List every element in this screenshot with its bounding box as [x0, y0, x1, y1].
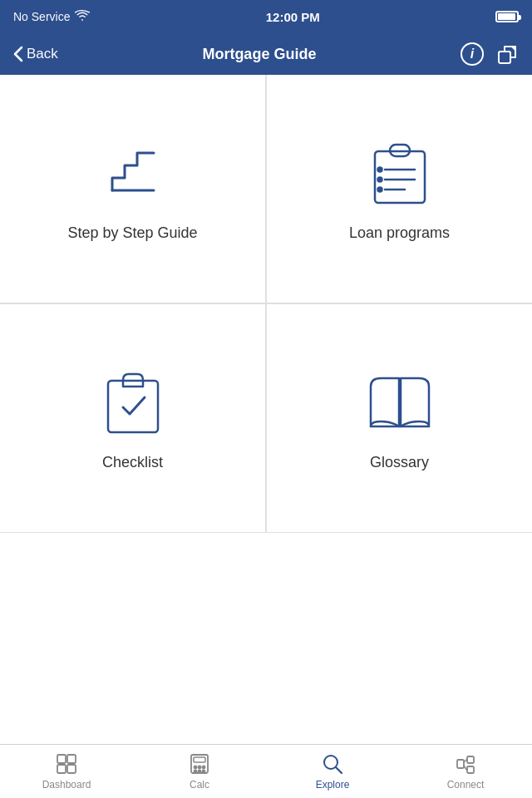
tab-calc[interactable]: Calc [133, 746, 266, 797]
svg-line-26 [336, 767, 342, 773]
svg-point-24 [203, 771, 205, 773]
dashboard-icon [55, 752, 78, 776]
stairs-icon [96, 136, 170, 211]
svg-rect-9 [108, 381, 158, 432]
svg-point-6 [377, 167, 382, 171]
tab-dashboard[interactable]: Dashboard [0, 746, 133, 797]
nav-bar: Back Mortgage Guide i [0, 33, 532, 75]
share-button[interactable] [497, 43, 519, 65]
svg-point-8 [377, 187, 382, 191]
status-time: 12:00 PM [266, 10, 320, 24]
svg-point-21 [203, 766, 205, 769]
step-by-step-label: Step by Step Guide [67, 224, 197, 242]
checklist-label: Checklist [102, 454, 163, 471]
step-by-step-cell[interactable]: Step by Step Guide [0, 75, 266, 303]
clipboard-list-icon [362, 136, 437, 211]
signal-text: No Service [13, 10, 70, 23]
status-left: No Service [13, 10, 90, 24]
tab-calc-label: Calc [190, 779, 209, 791]
loan-programs-cell[interactable]: Loan programs [266, 75, 532, 303]
menu-grid: Step by Step Guide [0, 75, 532, 532]
book-open-icon [362, 366, 437, 441]
search-icon [321, 752, 344, 776]
svg-point-23 [199, 771, 201, 773]
svg-rect-13 [57, 755, 66, 763]
svg-point-19 [195, 766, 197, 769]
checklist-cell[interactable]: Checklist [0, 303, 266, 532]
glossary-label: Glossary [370, 454, 429, 471]
status-bar: No Service 12:00 PM [0, 0, 532, 33]
svg-rect-15 [57, 765, 66, 773]
wifi-icon [75, 10, 90, 24]
back-chevron-icon [13, 46, 23, 62]
tab-explore[interactable]: Explore [266, 746, 399, 797]
svg-point-22 [195, 771, 197, 773]
main-content: Step by Step Guide [0, 75, 532, 744]
tab-connect-label: Connect [447, 779, 485, 791]
svg-rect-27 [457, 760, 464, 768]
svg-rect-0 [499, 52, 510, 63]
svg-rect-14 [67, 755, 76, 763]
svg-rect-1 [375, 151, 425, 203]
connect-icon [454, 752, 477, 776]
glossary-cell[interactable]: Glossary [266, 303, 532, 532]
tab-bar: Dashboard Calc Explore [0, 744, 532, 798]
svg-rect-28 [467, 756, 474, 763]
tab-dashboard-label: Dashboard [42, 779, 91, 791]
calculator-icon [188, 752, 211, 776]
nav-icons: i [461, 42, 519, 66]
back-button[interactable]: Back [13, 46, 58, 62]
status-right [495, 11, 519, 22]
share-icon [497, 43, 519, 65]
info-button[interactable]: i [461, 42, 484, 66]
tab-connect[interactable]: Connect [399, 746, 532, 797]
back-label: Back [27, 46, 58, 62]
svg-point-7 [377, 177, 382, 181]
loan-programs-label: Loan programs [349, 224, 450, 242]
svg-rect-18 [194, 757, 205, 762]
battery-icon [495, 11, 519, 22]
svg-point-20 [199, 766, 201, 769]
tab-explore-label: Explore [316, 779, 350, 791]
nav-title: Mortgage Guide [202, 46, 316, 63]
clipboard-check-icon [96, 366, 170, 441]
svg-rect-29 [467, 766, 474, 773]
empty-area [0, 532, 532, 744]
svg-rect-16 [67, 765, 76, 773]
